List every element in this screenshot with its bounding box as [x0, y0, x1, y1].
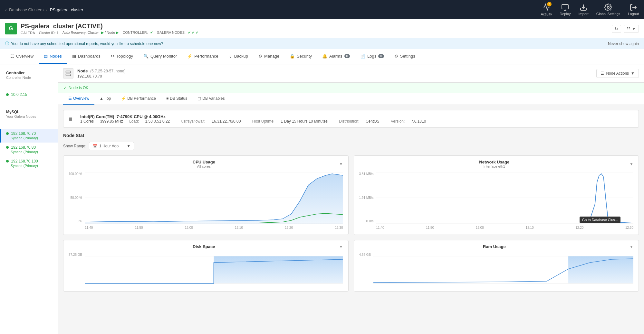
node-version: (5.7.25-28-57, none)	[90, 69, 125, 73]
tab-query-monitor[interactable]: 🔍 Query Monitor	[138, 49, 182, 64]
info-bar: ⓘ You do not have any scheduled operatio…	[0, 38, 644, 49]
node-tab-overview-label: Overview	[73, 96, 89, 101]
node-tab-top[interactable]: ▲ Top	[94, 93, 116, 105]
manage-icon: ⚙	[258, 54, 262, 59]
activity-nav-item[interactable]: 2 Activity	[541, 3, 552, 16]
node-actions-button[interactable]: ☰ Node Actions ▼	[596, 69, 639, 78]
never-show-again-link[interactable]: Never show again	[608, 42, 639, 46]
sidebar-item-ip1[interactable]: 10.0.2.15	[0, 90, 58, 99]
network-x-1140: 11:40	[376, 226, 384, 229]
tab-security[interactable]: 🔒 Security	[284, 49, 317, 64]
global-settings-nav-item[interactable]: Global Settings	[596, 4, 620, 16]
ram-chart-area: 4.66 GB	[359, 253, 634, 286]
version: Version: 7.6.1810	[391, 119, 431, 124]
range-select-dropdown[interactable]: 📅 1 Hour Ago ▼	[89, 142, 134, 150]
node-stat-section: Node Stat Show Range: 📅 1 Hour Ago ▼	[63, 133, 639, 150]
node-stat-header: Node Stat	[63, 133, 639, 138]
tab-alarms[interactable]: 🔔 Alarms 0	[317, 49, 355, 64]
cpu-x-1220: 12:20	[285, 226, 293, 229]
mysql-sub: Your Galera Nodes	[6, 115, 53, 118]
ram-chart-collapse-icon[interactable]: ▼	[630, 245, 633, 249]
cpu-icon: ■	[69, 115, 72, 123]
node-tab-db-performance[interactable]: ⚡ DB Performance	[116, 93, 161, 105]
sidebar-item-node-70-80[interactable]: 192.168.70.80 Synced (Primary)	[0, 143, 58, 156]
show-range: Show Range: 📅 1 Hour Ago ▼	[63, 142, 639, 150]
network-x-axis: 11:40 11:50 12:00 12:10 12:20 12:30	[376, 226, 633, 229]
tab-manage[interactable]: ⚙ Manage	[253, 49, 284, 64]
tab-topology[interactable]: ⚯ Topology	[106, 49, 138, 64]
refresh-button[interactable]: ↻	[612, 25, 621, 33]
sidebar-item-controller[interactable]: Controller Controller Node	[0, 68, 58, 82]
refresh-icon: ↻	[615, 26, 618, 31]
chevron-down-icon: ▼	[632, 26, 636, 31]
ram-chart-title: Ram Usage	[359, 244, 630, 249]
node-ip: 192.168.70.70	[77, 74, 126, 79]
sidebar-section-ip: 10.0.2.15	[0, 86, 58, 103]
cpu-chart-svg	[85, 172, 343, 224]
sidebar-item-mysql[interactable]: MySQL Your Galera Nodes	[0, 107, 58, 121]
host-uptime: Host Uptime: 1 Day 15 Hours 10 Minutes	[252, 119, 334, 124]
tab-overview[interactable]: ☷ Overview	[5, 49, 39, 64]
cpu-info-box: ■ Intel(R) Core(TM) i7-4790K CPU @ 4.00G…	[63, 110, 639, 128]
network-chart-header: Network Usage Interface eth1 ▼	[354, 156, 639, 170]
sidebar-item-node-70-70[interactable]: 192.168.70.70 Synced (Primary)	[0, 129, 58, 143]
active-dot-node-70-80	[6, 146, 9, 149]
node-tab-overview[interactable]: ☷ Overview	[63, 93, 94, 105]
cluster-meta: GALERA Cluster ID: 1 Auto Recovery: Clus…	[21, 31, 198, 35]
alarms-badge: 0	[344, 54, 350, 58]
tab-backup[interactable]: ⇓ Backup	[224, 49, 253, 64]
cluster-id: Cluster ID: 1	[39, 31, 59, 35]
list-icon: ☰	[601, 71, 604, 76]
tab-settings[interactable]: ⚙ Settings	[389, 49, 420, 64]
main-tabs: ☷ Overview ▤ Nodes ▩ Dashboards ⚯ Topolo…	[0, 49, 644, 64]
security-icon: 🔒	[290, 54, 295, 59]
svg-rect-7	[66, 74, 71, 76]
cpu-y-label-100: 100.00 %	[69, 172, 82, 176]
disk-chart-svg	[85, 253, 343, 285]
ram-y-axis: 4.66 GB	[359, 253, 371, 286]
tab-dashboards[interactable]: ▩ Dashboards	[67, 49, 106, 64]
grid-view-icon: ☷	[627, 26, 630, 31]
galera-nodes-status: GALERA NODES: ✔ ✔ ✔	[157, 31, 198, 35]
network-usage-chart-card: Network Usage Interface eth1 ▼ 3.81 MB/s…	[354, 155, 639, 235]
node-tab-db-variables[interactable]: ▢ DB Variables	[192, 93, 230, 105]
network-y-label-0: 0 B/s	[359, 219, 374, 223]
db-perf-icon: ⚡	[121, 96, 126, 101]
node-70-100-title: 192.168.70.100	[6, 159, 53, 163]
tab-nodes[interactable]: ▤ Nodes	[39, 49, 67, 64]
cpu-chart-body: 100.00 % 50.00 % 0 %	[63, 170, 348, 235]
disk-chart-svg-container	[85, 253, 343, 286]
node-tab-db-status[interactable]: ■ DB Status	[161, 93, 192, 105]
overview-tab-icon: ☷	[68, 96, 72, 101]
sidebar-item-node-70-100[interactable]: 192.168.70.100 Synced (Primary)	[0, 156, 58, 170]
network-chart-collapse-icon[interactable]: ▼	[630, 162, 633, 166]
node-actions-label: Node Actions	[606, 71, 629, 76]
network-x-1220: 12:20	[575, 226, 583, 229]
back-arrow-icon: ‹	[5, 7, 6, 12]
tab-performance[interactable]: ⚡ Performance	[182, 49, 223, 64]
node-70-70-sub: Synced (Primary)	[6, 136, 53, 140]
node-tab-db-variables-label: DB Variables	[202, 96, 225, 101]
ram-usage-chart-card: Ram Usage ▼ 4.66 GB	[354, 240, 639, 292]
ram-y-label: 4.66 GB	[359, 253, 371, 256]
database-clusters-link[interactable]: Database Clusters	[9, 7, 43, 12]
cpu-chart-collapse-icon[interactable]: ▼	[339, 162, 343, 166]
cluster-name-breadcrumb: PS-galera_cluster	[50, 7, 83, 12]
disk-chart-title: Disk Space	[69, 244, 339, 249]
view-toggle-button[interactable]: ☷ ▼	[624, 25, 639, 33]
logs-badge: 0	[378, 54, 384, 58]
disk-chart-collapse-icon[interactable]: ▼	[339, 245, 343, 249]
node-status-bar: ✓ Node is OK	[58, 83, 644, 93]
import-nav-item[interactable]: Import	[579, 4, 589, 16]
cpu-details: Intel(R) Core(TM) i7-4790K CPU @ 4.00GHz…	[80, 114, 436, 124]
deploy-nav-item[interactable]: Deploy	[560, 4, 571, 16]
cluster-title: PS-galera_cluster (ACTIVE)	[21, 23, 198, 30]
tab-logs[interactable]: 📄 Logs 0	[355, 49, 389, 64]
node-70-70-title: 192.168.70.70	[6, 131, 53, 136]
svg-rect-16	[214, 256, 343, 283]
disk-chart-header: Disk Space ▼	[63, 240, 348, 250]
node-70-100-sub: Synced (Primary)	[6, 164, 53, 168]
network-x-1200: 12:00	[476, 226, 484, 229]
node-content: ■ Intel(R) Core(TM) i7-4790K CPU @ 4.00G…	[58, 105, 644, 297]
logout-nav-item[interactable]: Logout	[628, 4, 639, 16]
